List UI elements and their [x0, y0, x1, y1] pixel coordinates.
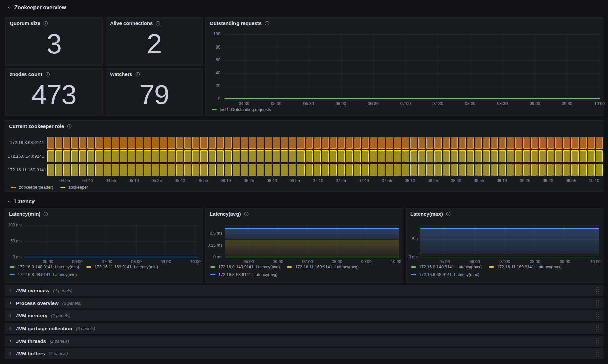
- row-header-zookeeper-overview[interactable]: Zookeeper overview: [7, 5, 66, 11]
- x-tick: 08:00: [465, 101, 475, 106]
- y-tick: 0 ms: [207, 255, 222, 259]
- timeline-state-bar: [467, 150, 474, 162]
- x-tick: 06:00: [72, 259, 82, 264]
- legend-item[interactable]: 172.16.0.140:9141: Latency(min): [10, 265, 79, 269]
- panel-title[interactable]: Latency(min): [9, 211, 48, 217]
- timeline-state-bar: [249, 150, 256, 162]
- timeline-state-bar: [297, 164, 304, 176]
- x-tick: 05:40: [175, 178, 185, 183]
- y-tick: 40: [207, 71, 220, 75]
- timeline-state-bar: [217, 164, 224, 176]
- timeline-state-bar: [136, 136, 143, 149]
- chevron-right-icon: [9, 289, 12, 292]
- timeline-state-bar: [265, 164, 272, 176]
- row-jvm-memory[interactable]: JVM memory (2 panels): [5, 310, 603, 321]
- row-jvm-garbage-collection[interactable]: JVM garbage collection (6 panels): [5, 323, 603, 334]
- x-tick: 10:10: [589, 178, 599, 183]
- plot-area[interactable]: [224, 34, 600, 99]
- legend-item[interactable]: 172.16.0.140:9141: Latency(avg): [210, 265, 280, 269]
- panel-alive-connections: Alive connections 2: [106, 17, 203, 66]
- x-axis: 04:2504:4004:5505:1005:2505:4005:5506:10…: [47, 178, 603, 184]
- x-tick: 05:25: [151, 178, 162, 183]
- timeline-state-bar: [394, 136, 401, 149]
- series-fill-blue: [225, 229, 399, 239]
- drag-handle-icon[interactable]: [596, 338, 599, 345]
- timeline-state-bar: [451, 136, 458, 149]
- timeline-row-label: 172.16.11.169:9141: [8, 164, 44, 176]
- timeline-state-bar: [306, 136, 313, 149]
- legend-item[interactable]: 172.16.8.68:9141: Latency(avg): [210, 272, 278, 277]
- legend-item[interactable]: zookeeper(leader): [11, 185, 53, 190]
- legend: zookeeper(leader)zookeeper: [11, 185, 599, 190]
- x-tick: 07:00: [102, 259, 112, 264]
- y-tick: 5 s: [408, 237, 418, 241]
- row-panel-count: (2 panels): [49, 351, 68, 356]
- x-tick: 05:55: [198, 178, 208, 183]
- timeline-state-bar: [596, 136, 603, 149]
- info-icon[interactable]: [67, 124, 72, 129]
- timeline-state-bar: [192, 150, 199, 162]
- row-panel-count: (2 panels): [51, 313, 70, 318]
- plot-area[interactable]: [24, 225, 198, 257]
- timeline-state-bar: [483, 150, 490, 162]
- drag-handle-icon[interactable]: [596, 300, 599, 307]
- legend-item[interactable]: 172.16.11.169:9141: Latency(min): [86, 265, 158, 269]
- drag-handle-icon[interactable]: [596, 312, 599, 319]
- timeline-bars-row[interactable]: [47, 164, 603, 176]
- timeline-state-bar: [507, 150, 514, 162]
- timeline-state-bar: [273, 164, 280, 176]
- legend-item[interactable]: 172.16.8.68:9141: Latency(max): [411, 272, 479, 277]
- legend-item[interactable]: 172.16.8.68:9141: Latency(min): [10, 272, 77, 277]
- timeline-bars-row[interactable]: [47, 136, 603, 149]
- panel-title[interactable]: Current zookeeper role: [9, 123, 72, 129]
- timeline-state-bar: [144, 164, 151, 176]
- timeline-state-bar: [539, 150, 546, 162]
- drag-handle-icon[interactable]: [596, 287, 599, 294]
- legend-item[interactable]: test1: Outstanding requests: [212, 107, 271, 112]
- timeline-state-bar: [265, 150, 272, 162]
- x-tick: 10:00: [590, 259, 600, 264]
- legend-item[interactable]: 172.16.0.140:9141: Latency(max): [411, 265, 482, 269]
- timeline-state-bar: [515, 164, 522, 176]
- timeline-state-bar: [547, 150, 554, 162]
- drag-handle-icon[interactable]: [596, 325, 599, 332]
- section-title: Zookeeper overview: [14, 5, 66, 11]
- timeline-state-bar: [168, 150, 175, 162]
- panel-title[interactable]: Latency(avg): [210, 211, 249, 217]
- info-icon[interactable]: [43, 212, 48, 216]
- timeline-state-bar: [507, 136, 514, 149]
- info-icon[interactable]: [265, 21, 269, 26]
- legend: 172.16.0.140:9141: Latency(avg)172.16.11…: [210, 265, 399, 277]
- stat-value: 3: [6, 18, 102, 65]
- drag-handle-icon[interactable]: [596, 350, 599, 357]
- info-icon[interactable]: [244, 212, 249, 216]
- timeline-state-bar: [402, 136, 409, 149]
- timeline-state-bar: [281, 164, 288, 176]
- timeline-state-bar: [580, 164, 587, 176]
- timeline-state-bar: [71, 136, 78, 149]
- row-jvm-threads[interactable]: JVM threads (2 panels): [5, 336, 603, 347]
- timeline-state-bar: [225, 164, 232, 176]
- legend-item[interactable]: 172.16.11.169:9141: Latency(avg): [287, 265, 359, 269]
- panel-current-zookeeper-role: Current zookeeper role 172.16.8.68:9141 …: [5, 120, 603, 192]
- timeline-state-bar: [160, 150, 167, 162]
- legend-item[interactable]: 172.16.11.169:9141: Latency(max): [489, 265, 562, 269]
- row-header-latency[interactable]: Latency: [7, 199, 35, 205]
- timeline-state-bar: [87, 150, 94, 162]
- timeline-state-bar: [370, 136, 377, 149]
- legend: 172.16.0.140:9141: Latency(min)172.16.11…: [10, 265, 198, 277]
- timeline-state-bar: [112, 164, 119, 176]
- x-tick: 10:00: [391, 259, 401, 264]
- row-jvm-buffers[interactable]: JVM buffers (2 panels): [5, 348, 603, 359]
- timeline-state-bar: [184, 150, 191, 162]
- row-process-overview[interactable]: Process overview (6 panels): [5, 298, 603, 309]
- info-icon[interactable]: [446, 212, 451, 216]
- panel-title[interactable]: Latency(max): [410, 211, 451, 217]
- x-tick: 06:10: [220, 178, 231, 183]
- timeline-state-bar: [467, 164, 474, 176]
- x-tick: 09:40: [543, 178, 553, 183]
- legend-item[interactable]: zookeeper: [60, 185, 88, 190]
- row-jvm-overview[interactable]: JVM overview (4 panels): [5, 285, 603, 296]
- timeline-bars-row[interactable]: [47, 150, 603, 162]
- panel-title[interactable]: Outstanding requests: [210, 20, 269, 26]
